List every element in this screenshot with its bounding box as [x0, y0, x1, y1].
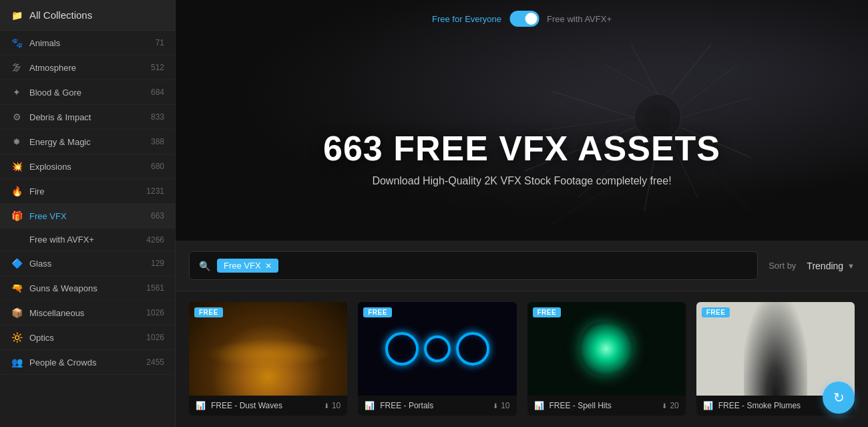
sidebar-item-label: Atmosphere: [29, 63, 144, 73]
sidebar-item-label: Free with AVFX+: [29, 235, 140, 245]
sidebar-item-label: Glass: [29, 259, 144, 269]
card-title: FREE - Dust Waves: [211, 401, 318, 410]
card-type-icon: 📊: [365, 401, 375, 410]
hero-subtitle: Download High-Quality 2K VFX Stock Foota…: [176, 175, 868, 187]
card-info: 📊 FREE - Portals ⬇ 10: [358, 396, 516, 416]
sidebar-item-label: Blood & Gore: [29, 88, 144, 98]
sidebar-item-count: 1561: [146, 283, 164, 293]
search-box[interactable]: 🔍 Free VFX ✕: [189, 251, 758, 280]
sidebar-item-atmosphere[interactable]: 🌫 Atmosphere 512: [0, 55, 175, 80]
sidebar-item-animals[interactable]: 🐾 Animals 71: [0, 31, 175, 55]
sidebar-item-icon-debris-impact: ⚙: [11, 112, 23, 122]
svg-line-15: [524, 84, 578, 111]
sidebar-item-debris-impact[interactable]: ⚙ Debris & Impact 833: [0, 105, 175, 130]
card-count-value: 10: [332, 401, 341, 410]
asset-grid-area: FREE 📊 FREE - Dust Waves ⬇ 10 FREE: [176, 291, 868, 427]
free-badge: FREE: [363, 307, 392, 317]
svg-line-4: [551, 91, 634, 118]
toggle-bar: Free for Everyone Free with AVFX+: [432, 11, 612, 27]
sidebar-item-icon-guns-weapons: 🔫: [11, 283, 23, 293]
card-type-icon: 📊: [196, 401, 206, 410]
sort-dropdown[interactable]: Trending ▼: [807, 261, 855, 271]
sidebar-item-optics[interactable]: 🔆 Optics 1026: [0, 325, 175, 350]
free-badge: FREE: [194, 307, 223, 317]
toggle-left-label: Free for Everyone: [432, 14, 501, 24]
portal-ring: [385, 332, 419, 366]
card-thumbnail: FREE: [358, 302, 516, 396]
asset-card-dust-waves[interactable]: FREE 📊 FREE - Dust Waves ⬇ 10: [189, 302, 347, 416]
sidebar-item-label: Optics: [29, 333, 140, 343]
sidebar-item-label: Miscellaneous: [29, 308, 140, 318]
sidebar-item-count: 1026: [146, 333, 164, 342]
sidebar-item-label: Explosions: [29, 162, 144, 172]
refresh-icon: ↻: [833, 390, 845, 406]
card-info: 📊 FREE - Spell Hits ⬇ 20: [527, 396, 686, 416]
sidebar-item-icon-glass: 🔷: [11, 258, 23, 269]
sidebar-item-count: 684: [151, 88, 164, 97]
chevron-down-icon: ▼: [847, 262, 855, 270]
svg-line-11: [681, 98, 751, 118]
sidebar-item-label: Guns & Weapons: [29, 283, 140, 293]
sidebar-item-count: 1231: [146, 186, 164, 196]
sidebar-item-icon-all-collections: 📁: [11, 10, 23, 21]
toggle-switch[interactable]: [509, 11, 539, 27]
sidebar-item-icon-free-vfx: 🎁: [11, 210, 23, 221]
active-search-tag[interactable]: Free VFX ✕: [217, 259, 278, 273]
card-count-value: 20: [670, 401, 678, 410]
sidebar-item-label: Debris & Impact: [29, 112, 144, 122]
sidebar-item-count: 663: [151, 211, 164, 221]
sidebar-item-glass[interactable]: 🔷 Glass 129: [0, 251, 175, 276]
hero-title: 663 FREE VFX ASSETS: [176, 128, 868, 168]
sidebar-item-label: Fire: [29, 186, 140, 196]
asset-card-spell-hits[interactable]: FREE 📊 FREE - Spell Hits ⬇ 20: [527, 302, 686, 416]
card-thumbnail: FREE: [527, 302, 686, 396]
search-bar-row: 🔍 Free VFX ✕ Sort by Trending ▼: [176, 241, 868, 291]
portal-ring: [456, 332, 489, 366]
sidebar-item-free-avfx[interactable]: Free with AVFX+ 4266: [0, 229, 175, 251]
sidebar-item-count: 1026: [146, 308, 164, 317]
hero-text-block: 663 FREE VFX ASSETS Download High-Qualit…: [176, 128, 868, 187]
card-count-value: 10: [501, 401, 509, 410]
sidebar-item-icon-explosions: 💥: [11, 161, 23, 172]
sidebar-item-count: 129: [151, 259, 164, 268]
toggle-right-label: Free with AVFX+: [547, 14, 612, 24]
sidebar-item-count: 2455: [146, 358, 164, 367]
sidebar-item-fire[interactable]: 🔥 Fire 1231: [0, 179, 175, 204]
main-content: Free for Everyone Free with AVFX+ 663 FR…: [176, 0, 868, 427]
card-type-icon: 📊: [534, 401, 544, 410]
sidebar-item-label: Free VFX: [29, 211, 144, 221]
search-icon: 🔍: [199, 261, 210, 271]
search-tag-remove[interactable]: ✕: [265, 261, 272, 271]
sidebar-item-count: 71: [156, 38, 164, 47]
download-icon: ⬇: [493, 402, 498, 410]
svg-line-14: [571, 51, 618, 78]
card-count: ⬇ 10: [493, 401, 509, 410]
card-count: ⬇ 20: [662, 401, 678, 410]
sidebar-item-icon-atmosphere: 🌫: [11, 62, 23, 73]
sidebar-item-people-crowds[interactable]: 👥 People & Crowds 2455: [0, 350, 175, 375]
sidebar-item-all-collections[interactable]: 📁 All Collections: [0, 0, 175, 31]
sidebar-item-miscellaneous[interactable]: 📦 Miscellaneous 1026: [0, 301, 175, 325]
sidebar-item-icon-miscellaneous: 📦: [11, 307, 23, 318]
toggle-knob: [525, 13, 537, 25]
sidebar-item-count: 512: [151, 63, 164, 72]
asset-card-portals[interactable]: FREE 📊 FREE - Portals ⬇ 10: [358, 302, 516, 416]
sidebar-item-energy-magic[interactable]: ✸ Energy & Magic 388: [0, 130, 175, 154]
card-thumbnail: FREE: [189, 302, 347, 396]
sidebar-item-icon-animals: 🐾: [11, 37, 23, 48]
card-title: FREE - Portals: [380, 401, 487, 410]
sidebar-item-count: 388: [151, 137, 164, 146]
free-badge: FREE: [533, 307, 562, 317]
sidebar-item-blood-gore[interactable]: ✦ Blood & Gore 684: [0, 80, 175, 105]
sidebar-item-guns-weapons[interactable]: 🔫 Guns & Weapons 1561: [0, 276, 175, 301]
sidebar-item-free-vfx[interactable]: 🎁 Free VFX 663: [0, 204, 175, 229]
spell-blob: [580, 322, 633, 376]
sort-label: Sort by: [769, 261, 796, 271]
asset-grid: FREE 📊 FREE - Dust Waves ⬇ 10 FREE: [189, 302, 855, 416]
sidebar-item-label: Animals: [29, 38, 149, 48]
sidebar-item-explosions[interactable]: 💥 Explosions 680: [0, 154, 175, 179]
card-title: FREE - Spell Hits: [550, 401, 657, 410]
svg-point-1: [644, 104, 671, 131]
refresh-button[interactable]: ↻: [823, 382, 855, 414]
card-type-icon: 📊: [703, 401, 713, 410]
